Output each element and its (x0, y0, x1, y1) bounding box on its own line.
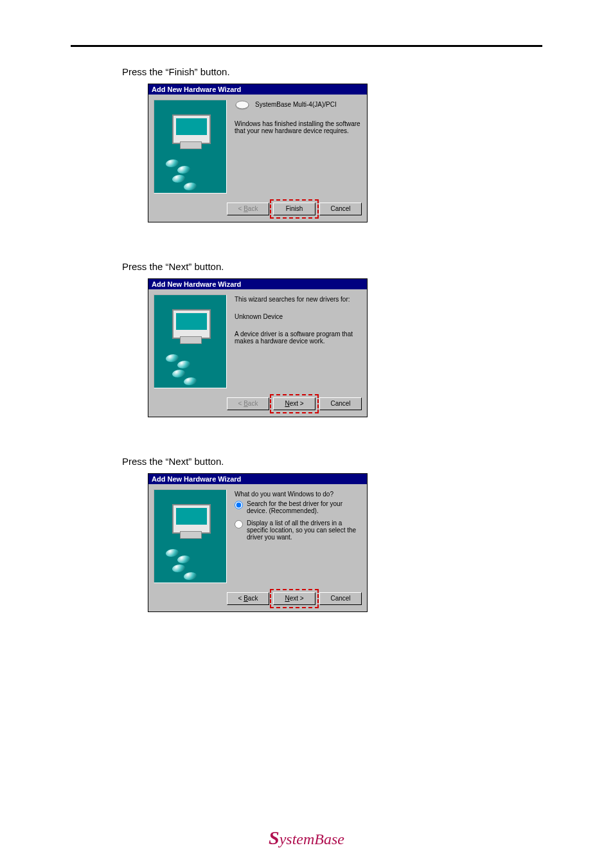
back-button: < Back (227, 397, 269, 410)
dialog-body: What do you want Windows to do? Search f… (148, 484, 367, 588)
cancel-button[interactable]: Cancel (319, 592, 362, 605)
next-button[interactable]: Next > (273, 592, 315, 605)
wizard-dialog: Add New Hardware Wizard What do you want… (148, 473, 368, 612)
horizontal-rule (71, 45, 542, 47)
radio-option-search[interactable]: Search for the best driver for your devi… (235, 500, 360, 514)
button-row: < Back Next > Cancel (148, 588, 367, 611)
device-name: SystemBase Multi-4(JA)/PCI (255, 101, 337, 108)
radio-search[interactable] (235, 501, 243, 509)
dialog-body: SystemBase Multi-4(JA)/PCI Windows has f… (148, 95, 367, 199)
dialog-message: A device driver is a software program th… (235, 330, 360, 345)
wizard-graphic (154, 489, 227, 583)
radio-label: Search for the best driver for your devi… (247, 500, 360, 514)
dialog-title: Add New Hardware Wizard (148, 84, 367, 95)
dialog-body: This wizard searches for new drivers for… (148, 289, 367, 393)
dialog-content: SystemBase Multi-4(JA)/PCI Windows has f… (235, 100, 360, 194)
instruction-text: Press the “Next” button. (122, 456, 542, 467)
wizard-dialog: Add New Hardware Wizard SystemBase Multi… (148, 84, 368, 222)
dialog-message: Windows has finished installing the soft… (235, 120, 360, 134)
radio-label: Display a list of all the drivers in a s… (247, 520, 360, 541)
cancel-button[interactable]: Cancel (319, 203, 362, 215)
dialog-title: Add New Hardware Wizard (148, 474, 367, 484)
radio-option-list[interactable]: Display a list of all the drivers in a s… (235, 520, 360, 541)
device-icon (235, 100, 250, 111)
dialog-content: What do you want Windows to do? Search f… (235, 489, 360, 583)
document-page: Press the “Finish” button. Add New Hardw… (0, 0, 613, 868)
dialog-content: This wizard searches for new drivers for… (235, 294, 360, 388)
button-row: < Back Finish Cancel (148, 199, 367, 222)
dialog-prompt: What do you want Windows to do? (235, 491, 360, 498)
svg-point-1 (236, 101, 249, 109)
brand-name: ystemBase (280, 831, 344, 847)
finish-button[interactable]: Finish (273, 203, 315, 215)
instruction-text: Press the “Finish” button. (122, 66, 542, 77)
wizard-graphic (154, 100, 227, 194)
device-name: Unknown Device (235, 313, 360, 320)
next-button[interactable]: Next > (273, 397, 315, 410)
dialog-title: Add New Hardware Wizard (148, 279, 367, 289)
cancel-button[interactable]: Cancel (319, 397, 362, 410)
wizard-dialog: Add New Hardware Wizard This wizard sear… (148, 278, 368, 417)
back-button: < Back (227, 203, 269, 215)
back-button[interactable]: < Back (227, 592, 269, 605)
instruction-text: Press the “Next” button. (122, 261, 542, 272)
button-row: < Back Next > Cancel (148, 393, 367, 417)
wizard-graphic (154, 294, 227, 388)
brand-logo: SystemBase (269, 831, 344, 847)
page-footer: SystemBase (0, 827, 613, 849)
radio-list[interactable] (235, 520, 243, 529)
dialog-message: This wizard searches for new drivers for… (235, 296, 360, 303)
